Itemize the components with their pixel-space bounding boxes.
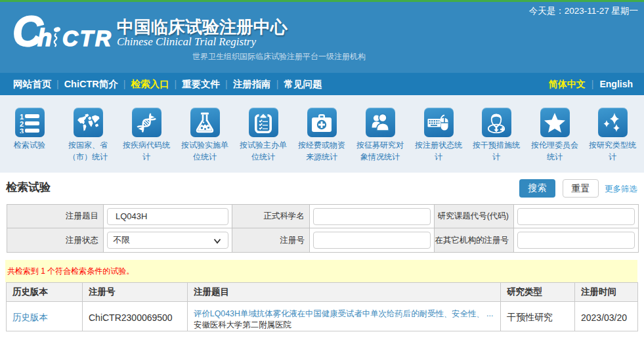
svg-text:CTR: CTR [62, 26, 112, 49]
svg-text:h: h [37, 24, 52, 49]
svg-text:3: 3 [20, 127, 24, 133]
